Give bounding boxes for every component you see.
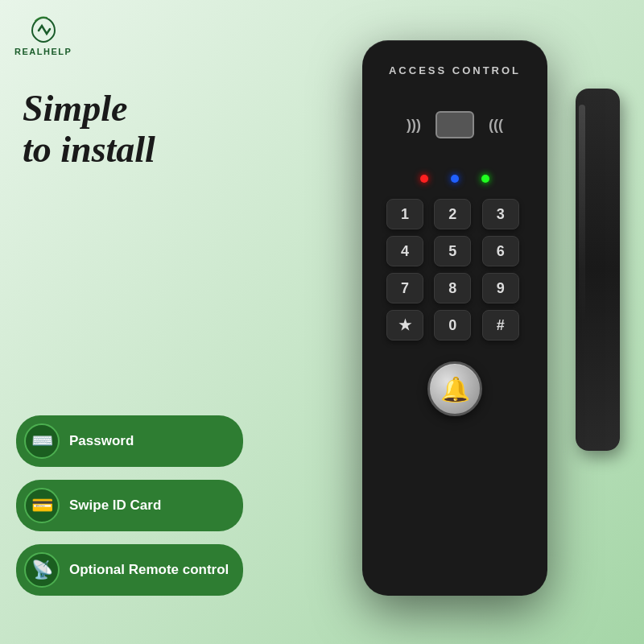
key-1[interactable]: 1 <box>386 199 423 229</box>
wave-left-outer: ))) <box>407 117 421 134</box>
key-7[interactable]: 7 <box>386 273 423 303</box>
rfid-card-icon <box>436 111 474 138</box>
key-6[interactable]: 6 <box>482 236 519 266</box>
headline: Simple to install <box>23 89 155 170</box>
key-0[interactable]: 0 <box>434 310 471 341</box>
password-icon: ⌨️ <box>24 423 60 459</box>
headline-line2: to install <box>23 130 155 171</box>
logo-svg <box>24 14 63 45</box>
led-blue <box>451 175 459 183</box>
key-star[interactable]: ★ <box>386 310 423 341</box>
keypad-grid: 1 2 3 4 5 6 7 8 9 ★ 0 # <box>386 199 523 341</box>
headline-line1: Simple <box>23 89 155 130</box>
logo-text: REALHELP <box>14 47 72 56</box>
key-hash[interactable]: # <box>482 310 519 341</box>
swipe-id-label: Swipe ID Card <box>69 497 161 514</box>
device-container: ACCESS CONTROL ))) ((( 1 2 3 4 5 6 7 <box>346 40 620 604</box>
rfid-waves-left: ))) <box>407 117 421 134</box>
wave-right-outer: ((( <box>489 117 503 134</box>
password-label: Password <box>69 433 134 449</box>
remote-icon: 📡 <box>24 552 60 588</box>
feature-remote: 📡 Optional Remote control <box>16 544 243 596</box>
side-flap-highlight <box>579 105 585 322</box>
rfid-waves-right: ((( <box>489 117 503 134</box>
swipe-id-icon: 💳 <box>24 488 60 523</box>
feature-swipe-id: 💳 Swipe ID Card <box>16 480 243 531</box>
led-row <box>420 175 489 183</box>
key-2[interactable]: 2 <box>434 199 471 229</box>
logo: REALHELP <box>14 14 72 56</box>
key-4[interactable]: 4 <box>386 236 423 266</box>
side-flap <box>576 89 620 451</box>
key-9[interactable]: 9 <box>482 273 519 303</box>
key-5[interactable]: 5 <box>434 236 471 266</box>
device-label: ACCESS CONTROL <box>389 64 521 76</box>
remote-label: Optional Remote control <box>69 562 229 578</box>
feature-password: ⌨️ Password <box>16 415 243 467</box>
led-green <box>481 175 489 183</box>
key-8[interactable]: 8 <box>434 273 471 303</box>
keypad-device: ACCESS CONTROL ))) ((( 1 2 3 4 5 6 7 <box>362 40 547 596</box>
rfid-area: ))) ((( <box>407 93 503 157</box>
bell-button[interactable]: 🔔 <box>427 361 482 416</box>
led-red <box>420 175 428 183</box>
key-3[interactable]: 3 <box>482 199 519 229</box>
features-list: ⌨️ Password 💳 Swipe ID Card 📡 Optional R… <box>16 415 243 596</box>
